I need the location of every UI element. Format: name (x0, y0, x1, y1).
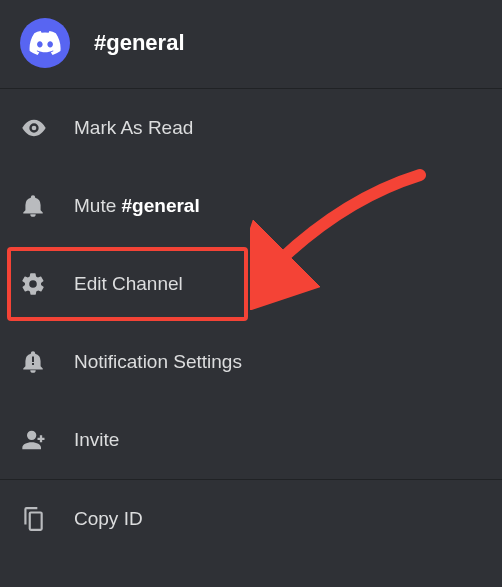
eye-icon (20, 114, 74, 142)
channel-header: #general (0, 0, 502, 89)
edit-channel-item[interactable]: Edit Channel (0, 245, 502, 323)
mark-as-read-label: Mark As Read (74, 117, 193, 139)
invite-label: Invite (74, 429, 119, 451)
edit-channel-label: Edit Channel (74, 273, 183, 295)
mute-channel-label: Mute #general (74, 195, 200, 217)
bell-alert-icon (20, 349, 74, 375)
bell-icon (20, 193, 74, 219)
notification-settings-label: Notification Settings (74, 351, 242, 373)
copy-id-label: Copy ID (74, 508, 143, 530)
mute-channel-item[interactable]: Mute #general (0, 167, 502, 245)
context-menu: Mark As Read Mute #general Edit Channel … (0, 89, 502, 557)
channel-title: #general (94, 30, 185, 56)
mute-prefix: Mute (74, 195, 122, 216)
person-add-icon (20, 426, 74, 454)
copy-id-item[interactable]: Copy ID (0, 479, 502, 557)
mute-channel-name: #general (122, 195, 200, 216)
discord-logo (20, 18, 70, 68)
invite-item[interactable]: Invite (0, 401, 502, 479)
discord-icon (29, 31, 61, 55)
mark-as-read-item[interactable]: Mark As Read (0, 89, 502, 167)
copy-icon (20, 506, 74, 532)
gear-icon (20, 271, 74, 297)
notification-settings-item[interactable]: Notification Settings (0, 323, 502, 401)
